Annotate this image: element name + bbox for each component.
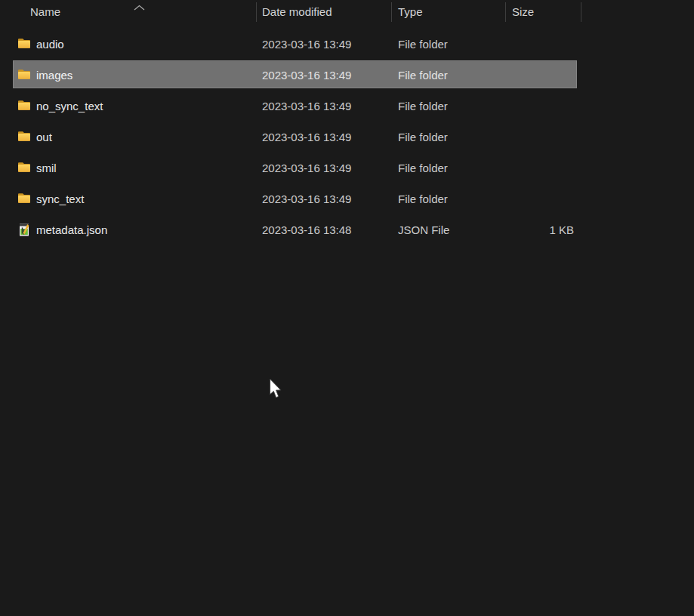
file-name: metadata.json: [36, 214, 107, 245]
file-list: audio 2023-03-16 13:49 File folder: [0, 29, 694, 245]
mouse-cursor-arrow-icon: [269, 378, 283, 400]
file-type: File folder: [398, 91, 448, 122]
file-name: out: [36, 122, 52, 152]
table-row[interactable]: images 2023-03-16 13:49 File folder: [0, 60, 694, 91]
file-size: [505, 152, 574, 183]
column-header-size[interactable]: Size: [512, 0, 534, 24]
file-type: File folder: [398, 29, 448, 60]
column-divider[interactable]: [505, 2, 506, 22]
column-header-type[interactable]: Type: [398, 0, 423, 24]
file-type: File folder: [398, 122, 448, 152]
file-size: [505, 29, 574, 60]
file-date-modified: 2023-03-16 13:49: [262, 183, 351, 214]
column-divider[interactable]: [581, 2, 581, 22]
file-date-modified: 2023-03-16 13:49: [262, 91, 351, 122]
folder-icon: [17, 68, 32, 82]
folder-icon: [17, 192, 32, 206]
sort-ascending-chevron-up-icon: [133, 1, 146, 8]
file-name: smil: [36, 152, 57, 183]
file-type: File folder: [398, 60, 448, 91]
table-row[interactable]: no_sync_text 2023-03-16 13:49 File folde…: [0, 91, 694, 122]
table-row[interactable]: smil 2023-03-16 13:49 File folder: [0, 152, 694, 183]
file-size: [505, 122, 574, 152]
file-name: sync_text: [36, 183, 84, 214]
file-size: 1 KB: [505, 214, 574, 245]
file-date-modified: 2023-03-16 13:48: [262, 214, 351, 245]
file-size: [505, 183, 574, 214]
file-size: [505, 91, 574, 122]
file-date-modified: 2023-03-16 13:49: [262, 60, 351, 91]
file-date-modified: 2023-03-16 13:49: [262, 122, 351, 152]
table-row[interactable]: out 2023-03-16 13:49 File folder: [0, 122, 694, 152]
file-date-modified: 2023-03-16 13:49: [262, 152, 351, 183]
file-name: images: [36, 60, 72, 91]
table-row[interactable]: audio 2023-03-16 13:49 File folder: [0, 29, 694, 60]
folder-icon: [17, 37, 32, 51]
file-size: [505, 60, 574, 91]
file-type: File folder: [398, 183, 448, 214]
column-header-date-modified[interactable]: Date modified: [262, 0, 332, 24]
folder-icon: [17, 130, 32, 144]
file-name: no_sync_text: [36, 91, 103, 122]
table-row[interactable]: metadata.json 2023-03-16 13:48 JSON File…: [0, 214, 694, 245]
file-type: JSON File: [398, 214, 449, 245]
column-header-name[interactable]: Name: [30, 0, 60, 24]
folder-icon: [17, 161, 32, 175]
file-type: File folder: [398, 152, 448, 183]
json-file-icon: [17, 223, 32, 237]
column-divider[interactable]: [391, 2, 392, 22]
folder-icon: [17, 99, 32, 113]
table-row[interactable]: sync_text 2023-03-16 13:49 File folder: [0, 183, 694, 214]
file-date-modified: 2023-03-16 13:49: [262, 29, 351, 60]
column-divider[interactable]: [256, 2, 257, 22]
file-name: audio: [36, 29, 64, 60]
column-header-bar: Name Date modified Type Size: [0, 0, 694, 24]
